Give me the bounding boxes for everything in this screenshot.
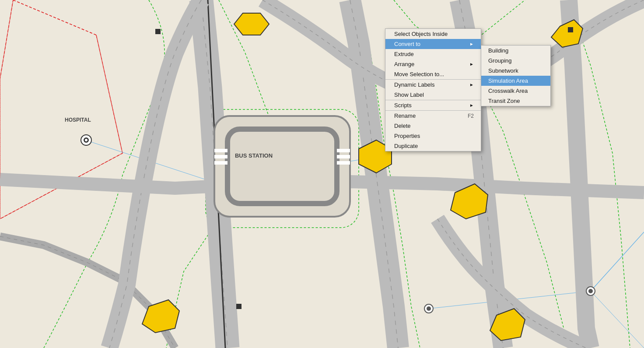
menu-item-select-objects-inside[interactable]: Select Objects Inside bbox=[385, 29, 481, 39]
menu-item-shortcut: F2 bbox=[468, 113, 474, 119]
menu-item-label: Scripts bbox=[394, 102, 412, 109]
menu-item-label: Select Objects Inside bbox=[394, 31, 448, 37]
menu-item-label: Extrude bbox=[394, 51, 414, 57]
menu-item-rename[interactable]: Rename F2 bbox=[385, 110, 481, 121]
submenu-item-label: Transit Zone bbox=[488, 98, 520, 104]
menu-item-label: Show Label bbox=[394, 91, 424, 98]
submenu-item-building[interactable]: Building bbox=[481, 46, 550, 56]
menu-item-label: Arrange bbox=[394, 61, 414, 67]
menu-item-delete[interactable]: Delete bbox=[385, 121, 481, 131]
svg-rect-17 bbox=[214, 161, 228, 165]
menu-item-label: Convert to bbox=[394, 41, 420, 47]
submenu-item-transit-zone[interactable]: Transit Zone bbox=[481, 96, 550, 106]
submenu-arrow-icon: ► bbox=[469, 82, 474, 87]
menu-item-label: Rename bbox=[394, 112, 416, 119]
menu-item-label: Move Selection to... bbox=[394, 71, 444, 77]
submenu-item-simulation-area[interactable]: Simulation Area bbox=[481, 76, 550, 86]
svg-rect-16 bbox=[214, 155, 228, 158]
svg-point-37 bbox=[427, 306, 431, 311]
submenu-item-label: Simulation Area bbox=[488, 77, 528, 84]
submenu-item-label: Subnetwork bbox=[488, 67, 518, 74]
svg-rect-18 bbox=[337, 149, 350, 152]
menu-item-scripts[interactable]: Scripts ► bbox=[385, 100, 481, 110]
context-menu: Select Objects Inside Convert to ► Build… bbox=[385, 28, 481, 151]
svg-rect-28 bbox=[568, 27, 573, 32]
menu-item-extrude[interactable]: Extrude bbox=[385, 49, 481, 59]
menu-item-duplicate[interactable]: Duplicate bbox=[385, 141, 481, 151]
menu-item-dynamic-labels[interactable]: Dynamic Labels ► bbox=[385, 79, 481, 90]
submenu-arrow-icon: ► bbox=[469, 62, 474, 67]
menu-item-arrange[interactable]: Arrange ► bbox=[385, 59, 481, 69]
submenu-item-label: Building bbox=[488, 47, 508, 54]
menu-item-label: Properties bbox=[394, 133, 420, 139]
menu-item-show-label[interactable]: Show Label bbox=[385, 90, 481, 100]
submenu-item-label: Grouping bbox=[488, 57, 511, 64]
submenu-item-label: Crosswalk Area bbox=[488, 88, 528, 94]
svg-rect-27 bbox=[155, 29, 161, 34]
svg-rect-19 bbox=[337, 155, 350, 158]
submenu-arrow-icon: ► bbox=[469, 42, 474, 46]
submenu-arrow-icon: ► bbox=[469, 103, 474, 108]
menu-item-properties[interactable]: Properties bbox=[385, 131, 481, 141]
svg-point-33 bbox=[85, 139, 88, 141]
menu-item-label: Duplicate bbox=[394, 143, 418, 149]
convert-to-submenu: Building Grouping Subnetwork Simulation … bbox=[481, 45, 551, 106]
svg-rect-20 bbox=[337, 161, 350, 165]
submenu-item-grouping[interactable]: Grouping bbox=[481, 56, 550, 66]
svg-point-39 bbox=[588, 289, 593, 293]
submenu-item-subnetwork[interactable]: Subnetwork bbox=[481, 66, 550, 76]
svg-text:BUS STATION: BUS STATION bbox=[235, 152, 273, 159]
svg-text:HOSPITAL: HOSPITAL bbox=[65, 117, 91, 123]
svg-rect-15 bbox=[214, 149, 228, 152]
menu-item-move-selection-to[interactable]: Move Selection to... bbox=[385, 69, 481, 79]
svg-rect-29 bbox=[236, 304, 242, 309]
menu-item-label: Dynamic Labels bbox=[394, 81, 435, 88]
menu-item-label: Delete bbox=[394, 123, 411, 129]
submenu-item-crosswalk-area[interactable]: Crosswalk Area bbox=[481, 86, 550, 96]
menu-item-convert-to[interactable]: Convert to ► Building Grouping Subnetwor… bbox=[385, 39, 481, 49]
